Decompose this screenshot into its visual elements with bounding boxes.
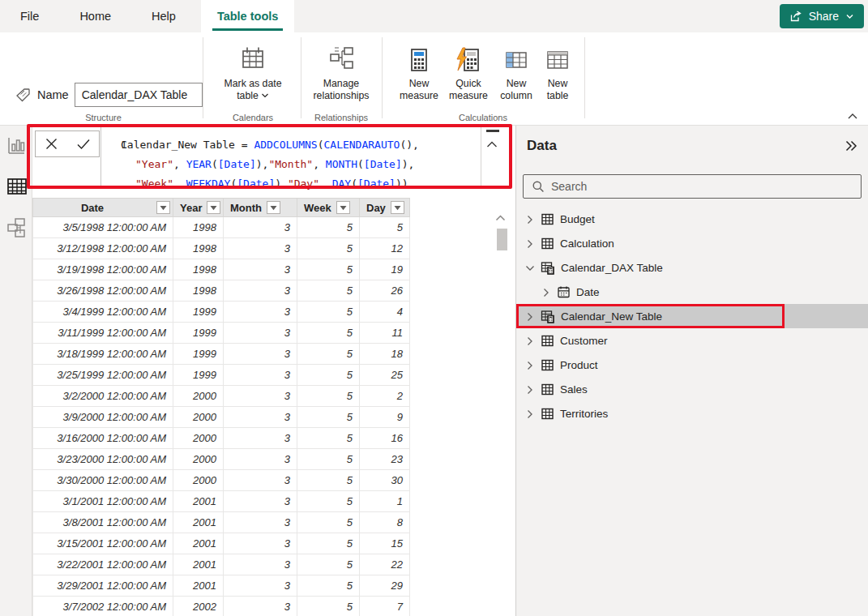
table-cell: 5 xyxy=(297,344,360,365)
data-pane-item-territories[interactable]: Territories xyxy=(516,401,868,426)
tab-home[interactable]: Home xyxy=(70,0,121,32)
new-column-button[interactable]: Newcolumn xyxy=(495,41,537,102)
table-cell: 5 xyxy=(297,280,360,302)
table-row: 3/12/1998 12:00:00 AM19983512 xyxy=(33,238,410,259)
data-pane-item-date[interactable]: Date xyxy=(516,280,868,304)
table-cell: 5 xyxy=(297,470,360,491)
data-pane-item-product[interactable]: Product xyxy=(516,353,868,377)
calendar-table-icon xyxy=(238,41,267,73)
column-filter-button[interactable] xyxy=(207,201,220,214)
chevron-right-icon[interactable] xyxy=(524,384,535,395)
chevron-up-icon xyxy=(494,213,507,223)
quick-measure-button[interactable]: Quickmeasure xyxy=(443,41,494,102)
table-row: 3/30/2000 12:00:00 AM20003530 xyxy=(33,470,410,491)
table-cell: 3/29/2001 12:00:00 AM xyxy=(33,575,173,597)
table-cell: 1998 xyxy=(173,259,224,280)
calc-table-icon xyxy=(541,261,555,275)
group-label-calculations: Calculations xyxy=(382,113,584,122)
model-view-button[interactable] xyxy=(6,216,27,237)
table-name-input[interactable] xyxy=(75,83,203,107)
table-cell: 3/15/2001 12:00:00 AM xyxy=(33,533,173,554)
data-view-button[interactable] xyxy=(6,176,27,197)
commit-formula-button[interactable] xyxy=(67,131,99,156)
chevron-right-icon[interactable] xyxy=(524,360,535,370)
table-cell: 12 xyxy=(360,238,410,259)
column-filter-button[interactable] xyxy=(156,201,170,214)
column-header-label: Day xyxy=(366,202,386,214)
x-icon xyxy=(45,137,58,151)
table-row: 3/26/1998 12:00:00 AM19983526 xyxy=(33,280,410,302)
table-row: 3/18/1999 12:00:00 AM19993518 xyxy=(33,344,410,365)
table-cell: 2001 xyxy=(173,554,224,575)
check-icon xyxy=(76,138,91,150)
chevron-right-icon[interactable] xyxy=(524,238,535,249)
table-icon xyxy=(541,407,554,421)
new-table-button[interactable]: Newtable xyxy=(537,41,578,102)
table-scrollbar-up-button[interactable] xyxy=(494,213,507,223)
chevron-up-icon xyxy=(847,112,858,122)
data-pane-item-calendar-dax-table[interactable]: Calendar_DAX Table xyxy=(516,255,868,280)
table-row: 3/19/1998 12:00:00 AM19983519 xyxy=(33,259,410,280)
data-pane-item-sales[interactable]: Sales xyxy=(516,377,868,401)
table-row: 3/25/1999 12:00:00 AM19993525 xyxy=(33,365,410,386)
table-scrollbar-thumb[interactable] xyxy=(497,229,507,250)
table-cell: 5 xyxy=(297,512,360,533)
data-pane-item-budget[interactable]: Budget xyxy=(516,207,868,231)
table-cell: 5 xyxy=(297,302,360,323)
table-row: 3/22/2001 12:00:00 AM20013522 xyxy=(33,554,410,575)
mark-as-date-table-button[interactable]: Mark as datetable xyxy=(204,41,301,102)
data-pane-item-customer[interactable]: Customer xyxy=(516,328,868,353)
table-cell: 1998 xyxy=(173,280,224,302)
column-filter-button[interactable] xyxy=(336,201,350,214)
data-pane-item-calculation[interactable]: Calculation xyxy=(516,231,868,255)
table-row: 3/23/2000 12:00:00 AM20003523 xyxy=(33,449,410,470)
cancel-formula-button[interactable] xyxy=(36,131,67,156)
tab-help[interactable]: Help xyxy=(142,0,186,32)
ribbon-collapse-button[interactable] xyxy=(847,112,858,122)
tab-file[interactable]: File xyxy=(11,0,49,32)
column-filter-button[interactable] xyxy=(267,201,280,214)
chevron-right-icon[interactable] xyxy=(541,287,551,297)
column-filter-button[interactable] xyxy=(391,201,404,214)
formula-commit-controls xyxy=(35,130,100,157)
table-cell: 3/30/2000 12:00:00 AM xyxy=(33,470,173,491)
table-cell: 2000 xyxy=(173,407,224,428)
table-cell: 3/25/1999 12:00:00 AM xyxy=(33,365,173,386)
table-cell: 1999 xyxy=(173,323,224,344)
table-cell: 3/11/1999 12:00:00 AM xyxy=(33,323,173,344)
search-input[interactable] xyxy=(551,180,853,193)
table-cell: 1998 xyxy=(173,238,224,259)
data-pane-item-calendar-new-table[interactable]: Calendar_New Table xyxy=(516,304,868,328)
manage-relationships-button[interactable]: Managerelationships xyxy=(302,41,380,102)
table-cell: 3/16/2000 12:00:00 AM xyxy=(33,428,173,449)
search-box[interactable] xyxy=(523,174,862,199)
ribbon: Name Structure Mark as datetable Calenda… xyxy=(0,32,868,126)
table-cell: 2000 xyxy=(173,470,224,491)
formula-bar-resize-handle[interactable] xyxy=(486,130,499,132)
formula-bar-collapse-button[interactable] xyxy=(485,139,498,150)
chevron-right-icon[interactable] xyxy=(524,409,535,419)
chevron-down-icon[interactable] xyxy=(524,263,535,273)
tree-item-label: Sales xyxy=(560,383,588,396)
new-measure-button[interactable]: Newmeasure xyxy=(396,41,443,102)
chevron-right-icon[interactable] xyxy=(524,336,535,346)
share-button[interactable]: Share xyxy=(780,4,864,28)
tab-table-tools[interactable]: Table tools xyxy=(201,0,294,32)
report-view-button[interactable] xyxy=(6,135,27,156)
chevron-right-icon[interactable] xyxy=(524,214,535,225)
table-cell: 3 xyxy=(224,428,297,449)
table-cell: 3 xyxy=(224,554,297,575)
data-pane-collapse-button[interactable] xyxy=(844,139,858,152)
table-cell: 8 xyxy=(360,512,410,533)
table-cell: 3/18/1999 12:00:00 AM xyxy=(33,344,173,365)
tree-item-label: Calendar_New Table xyxy=(561,310,662,323)
chevron-up-icon xyxy=(485,139,498,150)
dax-formula-editor[interactable]: 1 Calendar_New Table = ADDCOLUMNS(CALEND… xyxy=(100,126,480,188)
chevron-right-icon[interactable] xyxy=(524,311,535,322)
data-view-icon xyxy=(6,187,28,199)
table-cell: 3 xyxy=(224,449,297,470)
table-row: 3/29/2001 12:00:00 AM20013529 xyxy=(33,575,410,597)
group-label-calendars: Calendars xyxy=(204,113,301,122)
table-row: 3/5/1998 12:00:00 AM1998355 xyxy=(33,217,410,238)
formula-line: "Year", YEAR([Date]),"Month", MONTH([Dat… xyxy=(135,155,414,174)
